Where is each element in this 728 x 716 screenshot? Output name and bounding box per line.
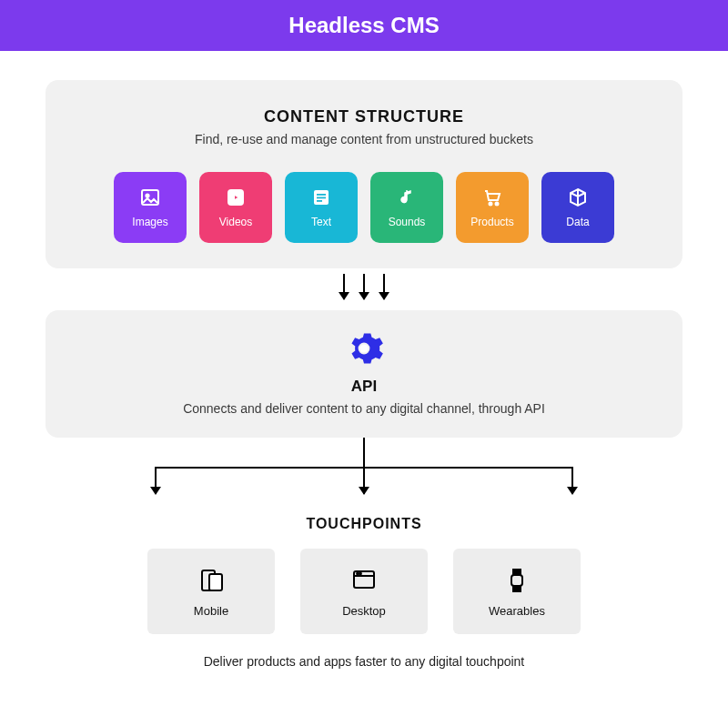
desktop-icon [349,566,379,595]
banner-title: Headless CMS [288,13,439,37]
cart-icon [481,187,503,208]
gear-icon [344,328,384,368]
touchpoint-label: Desktop [342,604,386,618]
content-subtitle: Find, re-use and manage content from uns… [67,132,661,146]
page-banner: Headless CMS [0,0,728,51]
tile-label: Data [566,216,589,228]
content-tiles-row: Images Videos Text Sounds [67,172,661,243]
tile-videos: Videos [199,172,272,243]
content-title: CONTENT STRUCTURE [67,107,661,126]
svg-point-15 [357,572,359,574]
svg-point-7 [402,199,407,204]
tile-label: Text [311,216,331,228]
branch-arrows [136,438,592,510]
tile-label: Images [132,216,167,228]
touchpoint-label: Wearables [489,604,545,618]
svg-rect-18 [513,570,521,574]
touchpoints-title: TOUCHPOINTS [0,516,728,532]
video-icon [225,187,247,208]
arrow-down-icon [155,467,157,494]
arrow-down-icon [343,274,345,299]
cube-icon [567,187,589,208]
arrow-down-icon [363,274,365,299]
touchpoint-mobile: Mobile [147,549,275,634]
tile-text: Text [285,172,358,243]
svg-rect-5 [317,197,326,199]
touchpoints-footer: Deliver products and apps faster to any … [0,654,728,669]
svg-rect-19 [513,587,521,591]
api-subtitle: Connects and deliver content to any digi… [64,401,664,416]
svg-point-1 [146,194,148,197]
svg-point-9 [496,203,499,206]
tile-label: Videos [219,216,252,228]
arrow-down-icon [383,274,385,299]
mobile-icon [197,566,226,595]
arrow-stem [363,438,365,467]
svg-point-16 [359,572,361,574]
svg-rect-6 [317,200,322,202]
tile-images: Images [114,172,187,243]
touchpoints-row: Mobile Desktop Wearables [0,549,728,634]
image-icon [139,187,161,208]
tile-label: Sounds [389,216,426,228]
arrows-down-to-api [0,274,728,299]
content-section: CONTENT STRUCTURE Find, re-use and manag… [46,80,682,268]
tile-label: Products [470,216,513,228]
music-icon [396,187,418,208]
svg-rect-4 [317,194,326,196]
tile-data: Data [541,172,614,243]
touchpoint-desktop: Desktop [300,549,428,634]
tile-sounds: Sounds [370,172,443,243]
arrow-down-icon [571,467,573,494]
svg-rect-17 [511,575,522,586]
api-title: API [64,378,664,396]
svg-point-10 [359,344,368,352]
watch-icon [502,566,531,595]
arrow-down-icon [363,467,365,494]
tile-products: Products [456,172,529,243]
text-icon [310,187,332,208]
touchpoint-label: Mobile [194,604,228,618]
touchpoint-wearables: Wearables [453,549,581,634]
svg-point-8 [490,203,492,206]
api-section: API Connects and deliver content to any … [46,310,682,438]
svg-rect-12 [209,574,222,590]
